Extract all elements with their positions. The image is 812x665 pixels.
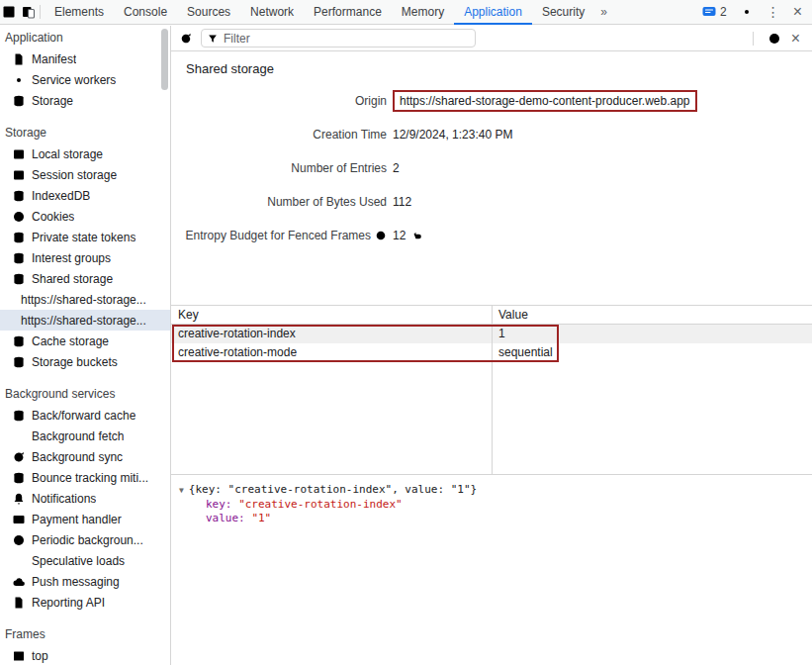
sidebar-item-label: Speculative loads: [32, 554, 125, 568]
sidebar-item-label: Bounce tracking miti...: [32, 471, 148, 485]
gear-icon: [12, 73, 26, 87]
sidebar-item-label: Background sync: [32, 450, 123, 464]
tab-application[interactable]: Application: [454, 0, 532, 25]
tab-network[interactable]: Network: [240, 0, 304, 25]
field-label: Number of Entries: [171, 161, 387, 175]
reset-undo-icon[interactable]: [411, 230, 423, 241]
tab-memory[interactable]: Memory: [392, 0, 454, 25]
cloud-icon: [12, 575, 26, 589]
application-panel-sidebar: Application Manifest Service workers Sto…: [0, 26, 171, 665]
sidebar-item-background-sync[interactable]: Background sync: [0, 446, 170, 467]
tab-security[interactable]: Security: [532, 0, 594, 25]
field-label: Origin: [171, 94, 387, 108]
sidebar-section-frames: Frames: [0, 624, 170, 645]
field-label: Entropy Budget for Fenced Frames: [186, 229, 371, 242]
document-icon: [12, 52, 26, 66]
more-options-icon[interactable]: ⋮: [767, 5, 780, 19]
filter-box[interactable]: [201, 29, 476, 48]
metadata-fields: Origin https://shared-storage-demo-conte…: [171, 84, 812, 252]
filter-funnel-icon: [207, 33, 219, 45]
sidebar-item-manifest[interactable]: Manifest: [0, 48, 170, 69]
field-creation-time: Creation Time 12/9/2024, 1:23:40 PM: [171, 118, 812, 151]
divider: [40, 5, 41, 19]
sidebar-item-label: Storage buckets: [32, 355, 118, 369]
sidebar-item-push-messaging[interactable]: Push messaging: [0, 571, 170, 592]
sidebar-item-payment-handler[interactable]: Payment handler: [0, 509, 170, 529]
sidebar-item-label: Interest groups: [32, 251, 111, 265]
tab-elements[interactable]: Elements: [45, 0, 114, 25]
close-devtools-icon[interactable]: ×: [793, 4, 802, 20]
tab-performance[interactable]: Performance: [304, 0, 392, 25]
database-icon: [12, 334, 26, 348]
page-title: Shared storage: [186, 61, 812, 76]
object-property: key: "creative-rotation-index": [206, 498, 812, 512]
document-icon: [12, 596, 26, 610]
sidebar-section-background-services: Background services: [0, 384, 170, 405]
sidebar-item-notifications[interactable]: Notifications: [0, 488, 170, 509]
sidebar-item-background-fetch[interactable]: Background fetch: [0, 426, 170, 446]
sidebar-item-label: https://shared-storage...: [21, 314, 146, 328]
up-down-arrows-icon: [12, 554, 26, 568]
sidebar-item-storage-buckets[interactable]: Storage buckets: [0, 351, 170, 372]
object-property: value: "1": [206, 512, 812, 525]
clear-all-icon[interactable]: [767, 32, 781, 46]
property-value: "creative-rotation-index": [238, 498, 403, 511]
table-icon: [12, 168, 26, 182]
sidebar-item-label: Service workers: [32, 73, 116, 87]
device-toolbar-icon[interactable]: [22, 5, 36, 19]
sidebar-item-shared-storage[interactable]: Shared storage: [0, 268, 170, 289]
tab-console[interactable]: Console: [114, 0, 177, 25]
inspect-element-icon[interactable]: [2, 5, 16, 19]
column-divider[interactable]: [492, 305, 493, 474]
field-bytes-used: Number of Bytes Used 112: [171, 185, 812, 219]
sidebar-scrollbar-thumb[interactable]: [161, 29, 168, 90]
more-tabs-chevron[interactable]: »: [594, 5, 613, 19]
sidebar-item-bounce-tracking-mitigations[interactable]: Bounce tracking miti...: [0, 467, 170, 488]
sidebar-item-label: top: [32, 649, 48, 663]
info-icon[interactable]: [375, 230, 387, 241]
toolbar-right-controls: ×: [749, 31, 804, 47]
expander-triangle-icon[interactable]: ▼: [179, 484, 184, 498]
grid-header-value[interactable]: Value: [492, 306, 812, 324]
settings-gear-icon[interactable]: [740, 5, 754, 19]
sidebar-item-speculative-loads[interactable]: Speculative loads: [0, 550, 170, 571]
shared-storage-data-grid: Key Value creative-rotation-index 1 crea…: [171, 305, 812, 475]
sidebar-item-cache-storage[interactable]: Cache storage: [0, 331, 170, 351]
sidebar-item-label: Push messaging: [32, 575, 120, 589]
sidebar-item-label: IndexedDB: [32, 189, 90, 203]
issues-icon: [702, 6, 716, 18]
sidebar-item-indexeddb[interactable]: IndexedDB: [0, 185, 170, 206]
sidebar-item-cookies[interactable]: Cookies: [0, 206, 170, 227]
refresh-icon[interactable]: [179, 32, 193, 46]
sidebar-item-back-forward-cache[interactable]: Back/forward cache: [0, 405, 170, 426]
sidebar-item-reporting-api[interactable]: Reporting API: [0, 592, 170, 613]
tab-sources[interactable]: Sources: [177, 0, 240, 25]
sidebar-item-label: Periodic backgroun...: [32, 533, 143, 547]
sidebar-item-interest-groups[interactable]: Interest groups: [0, 247, 170, 268]
sidebar-item-service-workers[interactable]: Service workers: [0, 69, 170, 90]
sidebar-item-storage[interactable]: Storage: [0, 90, 170, 111]
sidebar-item-shared-storage-origin-2-selected[interactable]: https://shared-storage...: [0, 310, 170, 331]
sidebar-section-application: Application: [0, 28, 170, 48]
sidebar-item-label: https://shared-storage...: [21, 293, 146, 307]
cookie-icon: [12, 210, 26, 224]
grid-cell-key: creative-rotation-mode: [171, 343, 492, 362]
grid-header-key[interactable]: Key: [171, 306, 492, 324]
sidebar-item-shared-storage-origin-1[interactable]: https://shared-storage...: [0, 289, 170, 310]
sidebar-item-private-state-tokens[interactable]: Private state tokens: [0, 227, 170, 247]
sidebar-item-periodic-background-sync[interactable]: Periodic backgroun...: [0, 529, 170, 550]
sidebar-item-label: Session storage: [32, 168, 117, 182]
property-name: key:: [206, 498, 232, 511]
sidebar-item-top-frame[interactable]: top: [0, 645, 170, 665]
sidebar-item-session-storage[interactable]: Session storage: [0, 164, 170, 185]
delete-selected-icon[interactable]: ×: [791, 31, 800, 47]
sidebar-item-local-storage[interactable]: Local storage: [0, 143, 170, 164]
sidebar-item-label: Reporting API: [32, 596, 105, 610]
sidebar-section-storage: Storage: [0, 123, 170, 143]
property-name: value:: [206, 512, 245, 524]
filter-input[interactable]: [224, 32, 470, 46]
grid-cell-value: sequential: [492, 343, 812, 362]
bytes-used-value: 112: [393, 195, 411, 209]
issues-count: 2: [720, 5, 727, 19]
issues-counter[interactable]: 2: [702, 5, 727, 19]
